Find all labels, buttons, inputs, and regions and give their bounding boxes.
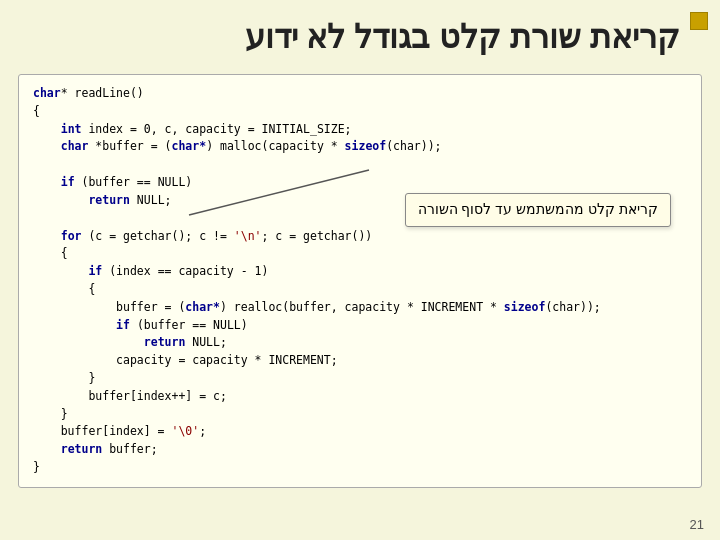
slide-corner-decoration bbox=[690, 12, 708, 30]
slide-title: קריאת שורת קלט בגודל לא ידוע bbox=[0, 0, 720, 66]
tooltip-label: קריאת קלט מהמשתמש עד לסוף השורה bbox=[405, 193, 671, 227]
page-number: 21 bbox=[690, 517, 704, 532]
slide: קריאת שורת קלט בגודל לא ידוע char* readL… bbox=[0, 0, 720, 540]
code-content: char* readLine() { int index = 0, c, cap… bbox=[33, 85, 687, 477]
code-block: char* readLine() { int index = 0, c, cap… bbox=[18, 74, 702, 488]
